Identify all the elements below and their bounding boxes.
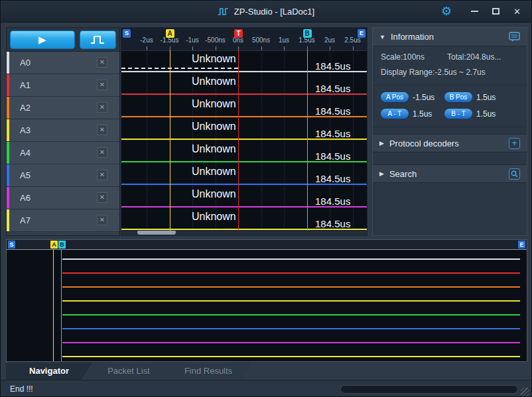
signal-line <box>121 184 367 185</box>
channel-color-strip <box>7 209 9 231</box>
waveform-row[interactable]: Unknown184.5us <box>121 186 367 208</box>
b-t-value: 1.5us <box>476 109 508 119</box>
waveform-row[interactable]: Unknown184.5us <box>121 208 367 231</box>
signal-line <box>121 161 367 162</box>
decoded-value-label: Unknown <box>192 53 236 65</box>
play-icon: ▶ <box>38 34 46 44</box>
waveform-rows[interactable]: Unknown184.5usUnknown184.5usUnknown184.5… <box>121 50 367 231</box>
navigator-end-tag[interactable]: E <box>518 241 525 249</box>
notes-icon[interactable] <box>509 32 520 42</box>
navigator-marker-b-tag[interactable]: B <box>58 241 66 249</box>
a-t-badge: A - T <box>381 109 409 119</box>
resize-grip[interactable] <box>521 388 529 396</box>
marker-flag-b[interactable]: B <box>303 29 312 38</box>
b-t-badge: B - T <box>444 109 472 119</box>
close-button[interactable]: ✕ <box>513 7 521 17</box>
add-decoder-icon[interactable]: + <box>509 138 520 149</box>
window-title-group: ZP-Studio - [LaDoc1] <box>218 1 314 22</box>
channel-close-icon[interactable]: ✕ <box>97 125 107 135</box>
navigator-signal-line <box>62 286 520 288</box>
marker-flag-t[interactable]: T <box>234 29 243 38</box>
channel-label: A2 <box>20 103 31 113</box>
navigator-start-tag[interactable]: S <box>8 241 15 249</box>
channel-row[interactable]: A5✕ <box>7 164 119 187</box>
b-pos-value: 1.5us <box>476 93 508 102</box>
navigator-panel[interactable]: SABE <box>6 239 527 362</box>
channel-close-icon[interactable]: ✕ <box>97 215 107 225</box>
navigator-marker-b-line[interactable] <box>61 249 62 361</box>
marker-line-t[interactable] <box>238 50 239 231</box>
channel-row[interactable]: A6✕ <box>7 187 119 209</box>
waveform-row[interactable]: Unknown184.5us <box>121 163 367 186</box>
pulse-icon <box>90 34 105 45</box>
trigger-button[interactable] <box>80 30 116 49</box>
decoded-value-label: Unknown <box>192 188 236 200</box>
measure-label: 184.5us <box>315 60 350 72</box>
information-body: Scale:100ns Total:204.8us... Display Ran… <box>373 52 527 127</box>
window-title: ZP-Studio - [LaDoc1] <box>234 7 314 17</box>
tab-packet-list[interactable]: Packet List <box>86 363 172 380</box>
marker-line-b[interactable] <box>307 50 308 231</box>
measure-label: 184.5us <box>315 173 350 184</box>
channel-row[interactable]: A0✕ <box>7 52 119 74</box>
measure-label: 184.5us <box>315 196 350 207</box>
channel-close-icon[interactable]: ✕ <box>97 57 107 68</box>
search-header[interactable]: ▶ Search <box>373 164 527 183</box>
search-icon[interactable] <box>509 168 520 180</box>
navigator-signal-line <box>62 272 520 274</box>
capture-toolbar: ▶ <box>7 28 119 52</box>
channel-row[interactable]: A4✕ <box>7 142 119 164</box>
navigator-marker-a-line[interactable] <box>53 249 54 361</box>
measure-label: 184.5us <box>315 128 350 139</box>
information-title: Information <box>391 32 434 42</box>
measure-label: 184.5us <box>315 218 350 229</box>
channel-row[interactable]: A1✕ <box>7 74 119 97</box>
navigator-ruler[interactable]: SABE <box>7 240 527 250</box>
decoded-value-label: Unknown <box>192 76 236 87</box>
waveform-row[interactable]: Unknown184.5us <box>121 141 367 163</box>
channel-close-icon[interactable]: ✕ <box>97 147 107 158</box>
ruler-tick-label: -500ns <box>205 36 226 44</box>
marker-line-a[interactable] <box>170 50 170 231</box>
channel-color-strip <box>7 187 9 209</box>
marker-flag-a[interactable]: A <box>166 29 174 38</box>
scrollbar-thumb[interactable] <box>137 230 176 235</box>
navigator-marker-a-tag[interactable]: A <box>50 241 58 249</box>
protocol-decoders-header[interactable]: ▶ Protocol decoders + <box>373 134 527 152</box>
waveform-row[interactable]: Unknown184.5us <box>121 50 367 73</box>
channel-label: A4 <box>20 148 31 158</box>
search-title: Search <box>389 169 417 179</box>
decoded-value-label: Unknown <box>192 98 236 110</box>
channel-close-icon[interactable]: ✕ <box>97 80 107 90</box>
channel-row[interactable]: A2✕ <box>7 97 119 119</box>
channel-color-strip <box>7 164 9 186</box>
waveform-row[interactable]: Unknown184.5us <box>121 95 367 118</box>
channel-close-icon[interactable]: ✕ <box>97 170 107 180</box>
window-controls: ⚙ ✕ <box>441 1 521 22</box>
channel-color-strip <box>7 52 9 74</box>
decoded-value-label: Unknown <box>192 121 236 133</box>
information-header[interactable]: ▼ Information <box>373 28 527 46</box>
decoded-value-label: Unknown <box>192 143 236 155</box>
channel-row[interactable]: A3✕ <box>7 119 119 142</box>
waveform-row[interactable]: Unknown184.5us <box>121 73 367 95</box>
tab-navigator[interactable]: Navigator <box>6 363 92 380</box>
tab-find-results[interactable]: Find Results <box>165 363 251 380</box>
display-range-row: Display Range:-2.5us ~ 2.7us <box>381 68 519 77</box>
minimize-button[interactable] <box>471 11 478 12</box>
signal-dashed-line <box>121 68 238 69</box>
decoded-value-label: Unknown <box>192 166 236 178</box>
collapse-arrow-icon: ▶ <box>379 170 384 177</box>
channel-row[interactable]: A7✕ <box>7 209 119 232</box>
run-button[interactable]: ▶ <box>10 30 75 49</box>
channel-close-icon[interactable]: ✕ <box>97 102 107 113</box>
ruler-tick-label: 500ns <box>252 36 270 44</box>
channel-label: A6 <box>20 193 31 203</box>
channel-color-strip <box>7 142 9 164</box>
waveform-row[interactable]: Unknown184.5us <box>121 118 367 141</box>
time-ruler[interactable]: -2us-1.5us-1us-500ns0ns500ns1us1.5us2us2… <box>121 28 367 51</box>
settings-gear-icon[interactable]: ⚙ <box>441 5 452 17</box>
maximize-button[interactable] <box>492 8 499 15</box>
channel-close-icon[interactable]: ✕ <box>97 192 107 203</box>
channel-label: A3 <box>20 125 31 135</box>
